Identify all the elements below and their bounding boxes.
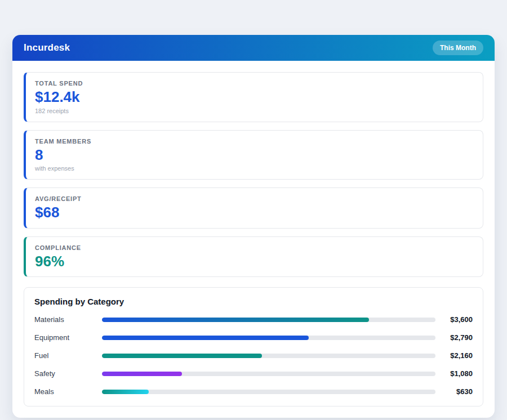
spending-title: Spending by Category bbox=[34, 297, 473, 306]
bar-track bbox=[102, 390, 435, 394]
bar-fill bbox=[102, 372, 182, 376]
bar-fill bbox=[102, 354, 262, 358]
stat-label: AVG/RECEIPT bbox=[35, 195, 474, 202]
stat-card: COMPLIANCE96% bbox=[24, 236, 483, 278]
stat-label: COMPLIANCE bbox=[35, 244, 474, 251]
bar-fill bbox=[102, 390, 149, 394]
stat-subtext: 182 receipts bbox=[35, 108, 474, 114]
bar-value-label: $2,790 bbox=[435, 333, 473, 342]
stat-card: AVG/RECEIPT$68 bbox=[24, 187, 483, 229]
bar-category-label: Fuel bbox=[34, 351, 102, 360]
stat-label: TOTAL SPEND bbox=[35, 80, 474, 87]
bar-row: Equipment$2,790 bbox=[34, 333, 473, 342]
bar-track bbox=[102, 318, 435, 322]
app-header: Incurdesk This Month bbox=[12, 35, 495, 61]
bar-row: Materials$3,600 bbox=[34, 315, 473, 324]
bar-track bbox=[102, 336, 435, 340]
bar-category-label: Safety bbox=[34, 369, 102, 378]
stat-value: $68 bbox=[35, 204, 474, 221]
dashboard-card: Incurdesk This Month TOTAL SPEND$12.4k18… bbox=[12, 35, 495, 418]
bar-category-label: Equipment bbox=[34, 333, 102, 342]
bar-fill bbox=[102, 336, 309, 340]
spending-by-category-card: Spending by Category Materials$3,600Equi… bbox=[24, 287, 483, 406]
stat-value: 96% bbox=[35, 253, 474, 270]
bar-row: Meals$630 bbox=[34, 387, 473, 396]
bar-value-label: $3,600 bbox=[435, 315, 473, 324]
bar-fill bbox=[102, 318, 369, 322]
bar-category-label: Meals bbox=[34, 387, 102, 396]
app-title: Incurdesk bbox=[24, 42, 70, 53]
stats-list: TOTAL SPEND$12.4k182 receiptsTEAM MEMBER… bbox=[24, 72, 483, 277]
stat-subtext: with expenses bbox=[35, 165, 474, 172]
stat-card: TOTAL SPEND$12.4k182 receipts bbox=[24, 72, 483, 122]
bar-track bbox=[102, 372, 435, 376]
bar-row: Fuel$2,160 bbox=[34, 351, 473, 360]
stat-value: $12.4k bbox=[35, 89, 474, 105]
bar-category-label: Materials bbox=[34, 315, 102, 324]
bar-chart: Materials$3,600Equipment$2,790Fuel$2,160… bbox=[34, 315, 473, 396]
bar-value-label: $1,080 bbox=[435, 369, 473, 378]
stat-card: TEAM MEMBERS8with expenses bbox=[24, 130, 483, 180]
dashboard-body: TOTAL SPEND$12.4k182 receiptsTEAM MEMBER… bbox=[12, 61, 495, 418]
bar-row: Safety$1,080 bbox=[34, 369, 473, 378]
stat-value: 8 bbox=[35, 147, 474, 163]
bar-value-label: $2,160 bbox=[435, 351, 473, 360]
stat-label: TEAM MEMBERS bbox=[35, 138, 474, 145]
bar-track bbox=[102, 354, 435, 358]
month-filter-badge[interactable]: This Month bbox=[433, 41, 483, 55]
bar-value-label: $630 bbox=[435, 387, 473, 396]
